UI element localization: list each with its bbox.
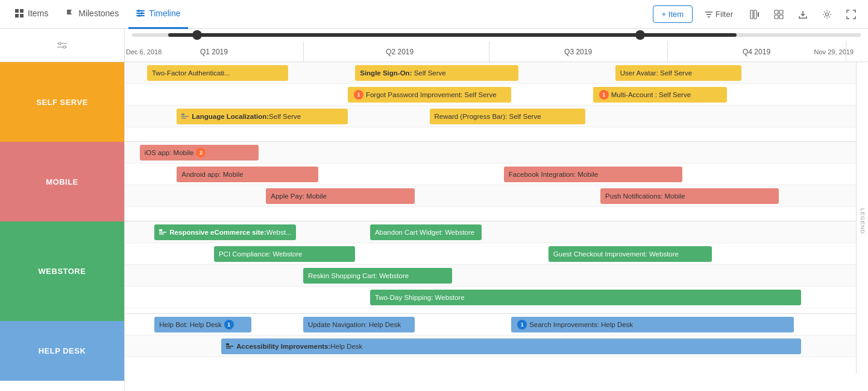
svg-rect-2 <box>15 14 19 17</box>
group-label-mobile: MOBILE <box>0 142 124 221</box>
bar-responsive-ecommerce[interactable]: Responsive eCommerce site: Webst... <box>154 224 295 240</box>
bar-search-improvements[interactable]: 1 Search Improvements: Help Desk <box>511 317 794 332</box>
toolbar-right: + Item Filter <box>653 5 861 24</box>
q4-divider <box>846 41 846 62</box>
svg-rect-16 <box>775 10 778 14</box>
webstore-row-4: Two-Day Shipping: Webstore <box>125 287 868 308</box>
filter-button[interactable]: Filter <box>697 6 740 22</box>
tab-milestones-label: Milestones <box>78 8 119 18</box>
bar-user-avatar[interactable]: User Avatar: Self Serve <box>615 65 742 81</box>
view-toggle-button[interactable] <box>769 5 788 24</box>
bar-language-localization[interactable]: Language Localization: Self Serve <box>177 109 348 124</box>
bar-reward-progress[interactable]: Reward (Progress Bar): Self Serve <box>430 109 586 124</box>
svg-rect-33 <box>226 343 229 345</box>
q3-label: Q3 2019 <box>564 48 592 56</box>
tab-timeline-label: Timeline <box>149 8 180 18</box>
webstore-row-2: PCI Compliance: Webstore Guest Checkout … <box>125 243 868 265</box>
svg-point-8 <box>140 12 143 14</box>
help-desk-row-1: Help Bot: Help Desk 1 Update Navigation:… <box>125 314 868 335</box>
bar-update-navigation[interactable]: Update Navigation: Help Desk <box>303 317 415 332</box>
end-date-label: Nov 29, 2019 <box>814 48 854 56</box>
add-item-button[interactable]: + Item <box>653 5 693 23</box>
view-toggle-icon <box>774 10 784 19</box>
bar-single-sign-on[interactable]: Single Sign-On: Self Serve <box>355 65 518 81</box>
svg-rect-30 <box>159 229 162 231</box>
group-label-header <box>0 29 124 62</box>
mobile-row-1: iOS app: Mobile 2 <box>125 142 868 164</box>
webstore-row-1: Responsive eCommerce site: Webst... Aban… <box>125 221 868 243</box>
svg-point-22 <box>63 46 66 48</box>
timeline-container: SELF SERVE MOBILE WEBSTORE HELP DESK <box>0 29 868 391</box>
help-desk-row-2: Accessibility Improvements: Help Desk <box>125 335 868 357</box>
timeline-dates: Dec 6, 2018 Nov 29, 2019 Q1 2019 Q2 2019… <box>125 41 868 62</box>
bar-facebook[interactable]: Facebook Integration: Mobile <box>504 167 682 182</box>
scroll-thumb <box>168 33 737 37</box>
settings-icon <box>822 10 832 19</box>
svg-rect-13 <box>750 10 753 19</box>
webstore-spacer <box>125 308 868 314</box>
export-button[interactable] <box>793 5 813 24</box>
bar-two-factor[interactable]: Two-Factor Authenticati... <box>147 65 288 81</box>
localization-icon <box>181 113 189 119</box>
q2-divider <box>489 41 489 62</box>
q1-label: Q1 2019 <box>200 48 228 56</box>
settings-button[interactable] <box>817 5 837 24</box>
svg-rect-1 <box>20 9 24 13</box>
fullscreen-button[interactable] <box>841 5 861 24</box>
column-settings-button[interactable] <box>745 5 764 24</box>
self-serve-spacer <box>125 127 868 142</box>
bar-ios-app[interactable]: iOS app: Mobile 2 <box>140 145 259 161</box>
ecommerce-icon <box>159 229 166 235</box>
fullscreen-icon <box>846 10 856 19</box>
svg-point-20 <box>826 13 829 16</box>
tab-timeline[interactable]: Timeline <box>128 0 187 29</box>
svg-rect-35 <box>226 348 231 349</box>
bar-reskin-cart[interactable]: Reskin Shopping Cart: Webstore <box>303 268 452 284</box>
svg-rect-18 <box>775 15 778 19</box>
legend-label: LEGEND <box>856 62 868 374</box>
add-item-label: + Item <box>662 10 684 19</box>
timeline-body: LEGEND Two-Factor Authenticati... Single… <box>125 62 868 374</box>
help-desk-spacer <box>125 357 868 374</box>
filter-label: Filter <box>715 10 733 19</box>
bar-help-bot[interactable]: Help Bot: Help Desk 1 <box>154 317 251 332</box>
bar-abandon-cart[interactable]: Abandon Cart Widget: Webstore <box>370 224 482 240</box>
bar-guest-checkout[interactable]: Guest Checkout Improvement: Webstore <box>549 246 712 262</box>
svg-point-9 <box>138 14 140 17</box>
svg-rect-14 <box>754 10 756 19</box>
mobile-row-2: Android app: Mobile Facebook Integration… <box>125 164 868 185</box>
svg-rect-0 <box>15 9 19 13</box>
svg-point-21 <box>58 42 61 45</box>
timeline-icon <box>136 8 145 18</box>
bar-accessibility[interactable]: Accessibility Improvements: Help Desk <box>221 339 801 354</box>
webstore-row-3: Reskin Shopping Cart: Webstore <box>125 265 868 287</box>
svg-rect-28 <box>181 116 189 117</box>
start-date-label: Dec 6, 2018 <box>126 48 162 56</box>
q2-label: Q2 2019 <box>386 48 414 56</box>
scroll-handle-right[interactable] <box>635 30 645 40</box>
tab-items[interactable]: Items <box>7 0 55 29</box>
bar-apple-pay[interactable]: Apple Pay: Mobile <box>266 188 415 204</box>
bar-android-app[interactable]: Android app: Mobile <box>177 167 318 182</box>
tab-milestones[interactable]: Milestones <box>58 0 126 29</box>
q3-divider <box>667 41 668 62</box>
settings-filter-icon <box>57 40 68 51</box>
export-icon <box>798 10 808 19</box>
svg-point-7 <box>137 10 140 12</box>
timeline-scrollbar[interactable] <box>125 29 868 41</box>
bar-forgot-password[interactable]: 1 Forgot Password Improvement: Self Serv… <box>348 87 511 103</box>
svg-rect-3 <box>20 14 24 17</box>
group-label-webstore: WEBSTORE <box>0 221 124 321</box>
bar-multi-account[interactable]: 1 Multi-Account : Self Serve <box>593 87 727 103</box>
bar-two-day-shipping[interactable]: Two-Day Shipping: Webstore <box>370 290 801 305</box>
scroll-handle-left[interactable] <box>192 30 202 40</box>
svg-rect-27 <box>181 113 184 115</box>
app-container: Items Milestones Timeline <box>0 0 868 391</box>
timeline-header: Dec 6, 2018 Nov 29, 2019 Q1 2019 Q2 2019… <box>125 29 868 62</box>
svg-rect-19 <box>779 15 783 19</box>
self-serve-row-1: Two-Factor Authenticati... Single Sign-O… <box>125 62 868 84</box>
bar-push-notifications[interactable]: Push Notifications: Mobile <box>600 188 779 204</box>
filter-icon <box>705 10 713 19</box>
bar-pci-compliance[interactable]: PCI Compliance: Webstore <box>214 246 355 262</box>
self-serve-row-3: Language Localization: Self Serve Reward… <box>125 106 868 127</box>
